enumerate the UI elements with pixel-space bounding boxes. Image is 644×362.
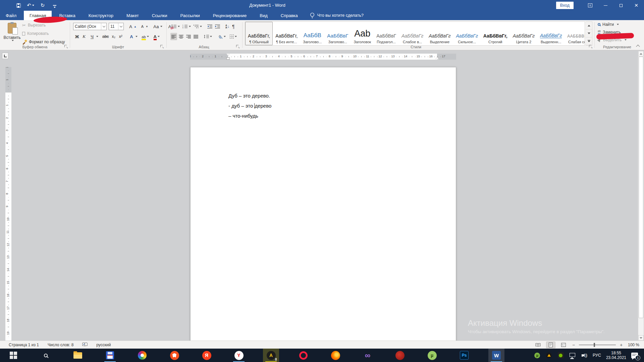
style-card[interactable]: АаБбВвГг, Строгий (481, 22, 510, 45)
web-layout-button[interactable] (559, 342, 568, 348)
paragraph-dialog-launcher[interactable] (236, 45, 240, 49)
close-button[interactable]: × (629, 0, 644, 11)
style-card[interactable]: ААББВВГГ, Слабая сс... (565, 22, 585, 45)
styles-scroll-down-button[interactable] (586, 29, 592, 37)
highlight-color-button[interactable]: ab (141, 33, 150, 40)
align-right-button[interactable] (185, 33, 192, 40)
tab-stop-selector[interactable] (2, 53, 8, 59)
style-card[interactable]: АаБбВвГ Подзагол... (374, 22, 399, 45)
align-left-button[interactable] (170, 33, 177, 40)
horizontal-ruler[interactable]: 3211234567891011121314151617 (190, 54, 456, 60)
zoom-level[interactable]: 100 % (627, 343, 639, 347)
yandex-browser-button[interactable]: Y (231, 349, 247, 362)
decrease-indent-button[interactable] (206, 23, 213, 30)
strikethrough-button[interactable]: abc (101, 33, 110, 40)
shrink-font-button[interactable]: А▼ (138, 23, 149, 30)
read-mode-button[interactable] (533, 342, 543, 348)
restore-button[interactable] (613, 0, 629, 11)
page-count[interactable]: Страница 1 из 1 (9, 343, 39, 347)
proofing-icon[interactable] (82, 342, 88, 348)
action-center-button[interactable]: 1 (631, 353, 638, 358)
scroll-up-button[interactable] (638, 51, 644, 56)
file-explorer-button[interactable] (70, 349, 86, 362)
superscript-button[interactable]: x² (117, 33, 124, 40)
style-card[interactable]: Аab Заголовок (351, 22, 374, 45)
change-case-button[interactable]: Аа (152, 23, 163, 30)
volume-tray-button[interactable]: )) (581, 352, 588, 359)
emulator-app-button[interactable] (392, 349, 408, 362)
zoom-slider[interactable] (579, 345, 616, 345)
keyboard-language-indicator[interactable]: РУС (593, 353, 601, 358)
paste-button[interactable]: Вставить (3, 21, 21, 48)
taskbar-search-button[interactable] (38, 349, 54, 362)
aimp-player-button[interactable]: AII (263, 349, 279, 362)
style-card[interactable]: АаБбВвГг, ¶ Без инте... (273, 22, 300, 45)
zoom-out-button[interactable]: − (572, 342, 576, 348)
ribbon-tab[interactable]: Справка (275, 11, 304, 20)
zoom-slider-thumb[interactable] (594, 343, 595, 347)
network-tray-button[interactable] (569, 352, 576, 359)
nvidia-tray-button[interactable] (557, 352, 564, 359)
photoshop-button[interactable]: Ps (456, 349, 472, 362)
minimize-button[interactable] (598, 0, 613, 11)
numbering-button[interactable]: 123 (181, 23, 192, 30)
cut-button[interactable]: ✂ Вырезать (22, 22, 65, 28)
style-card[interactable]: АаБбВвГг Цитата 2 (510, 22, 537, 45)
language-indicator[interactable]: русский (96, 343, 111, 347)
font-color-button[interactable]: А (153, 33, 161, 40)
aimp-tray-button[interactable] (546, 352, 552, 359)
ribbon-tab[interactable]: Ссылки (146, 11, 173, 20)
save-button[interactable] (15, 2, 22, 9)
customize-qat-button[interactable] (51, 2, 58, 9)
italic-button[interactable]: К (81, 33, 87, 40)
underline-button[interactable]: Ч (88, 33, 99, 40)
utorrent-tray-button[interactable]: µ (534, 352, 541, 359)
print-layout-button[interactable] (546, 342, 555, 348)
utorrent-button[interactable]: µ (424, 349, 440, 362)
grow-font-button[interactable]: А▲ (126, 23, 138, 30)
tell-me-box[interactable]: Что вы хотите сделать? (305, 11, 364, 20)
backup-app-button[interactable] (102, 349, 118, 362)
bullets-button[interactable] (170, 23, 181, 30)
first-line-indent-marker[interactable] (226, 54, 230, 56)
line-spacing-button[interactable] (203, 33, 213, 40)
document-page[interactable]: Дуб – это дерево. - дуб – это дерево – ч… (190, 67, 456, 341)
align-center-button[interactable] (178, 33, 184, 40)
style-card[interactable]: АаБбВвГг Сильное... (453, 22, 481, 45)
ribbon-tab[interactable]: Рассылки (174, 11, 205, 20)
format-painter-button[interactable]: Формат по образцу (22, 39, 65, 45)
borders-button[interactable] (229, 33, 238, 40)
vertical-scrollbar[interactable] (638, 51, 644, 341)
ribbon-tab[interactable]: Файл (0, 11, 22, 20)
style-card[interactable]: АаБбВвГ Заголово... (324, 22, 351, 45)
color-wheel-app-button[interactable] (134, 349, 150, 362)
styles-dialog-launcher[interactable] (589, 45, 593, 49)
opera-browser-button[interactable] (295, 349, 311, 362)
style-card[interactable]: АаБбВвГг, ¶ Обычный (245, 22, 273, 45)
vertical-ruler[interactable]: 2112345678910111213141516171819 (5, 67, 11, 341)
justify-button[interactable] (193, 33, 199, 40)
show-paragraph-marks-button[interactable]: ¶ (231, 23, 236, 30)
text-effects-button[interactable]: А (127, 33, 139, 40)
start-button[interactable] (5, 349, 21, 362)
redo-button[interactable]: ↻ (39, 2, 46, 9)
bold-button[interactable]: Ж (74, 33, 80, 40)
undo-button[interactable]: ↶ (27, 2, 34, 9)
styles-scroll-up-button[interactable] (586, 22, 592, 29)
scrollbar-thumb[interactable] (639, 57, 643, 318)
zoom-in-button[interactable]: + (619, 342, 623, 348)
word-count[interactable]: Число слов: 8 (48, 343, 73, 347)
firefox-browser-button[interactable] (327, 349, 343, 362)
brave-browser-button[interactable] (166, 349, 182, 362)
ribbon-display-options-button[interactable] (582, 0, 598, 11)
right-indent-marker[interactable] (435, 57, 439, 59)
style-card[interactable]: АаБбВвГг Выделение (426, 22, 453, 45)
ribbon-tab[interactable]: Макет (121, 11, 145, 20)
word-taskbar-button[interactable]: W (488, 349, 504, 362)
sign-in-button[interactable]: Вход (556, 2, 574, 9)
font-name-combobox[interactable]: Calibri (Осн (73, 23, 107, 30)
shading-button[interactable] (216, 33, 227, 40)
clipboard-dialog-launcher[interactable] (64, 45, 68, 49)
styles-more-button[interactable] (586, 38, 592, 45)
left-indent-marker[interactable] (226, 57, 230, 60)
